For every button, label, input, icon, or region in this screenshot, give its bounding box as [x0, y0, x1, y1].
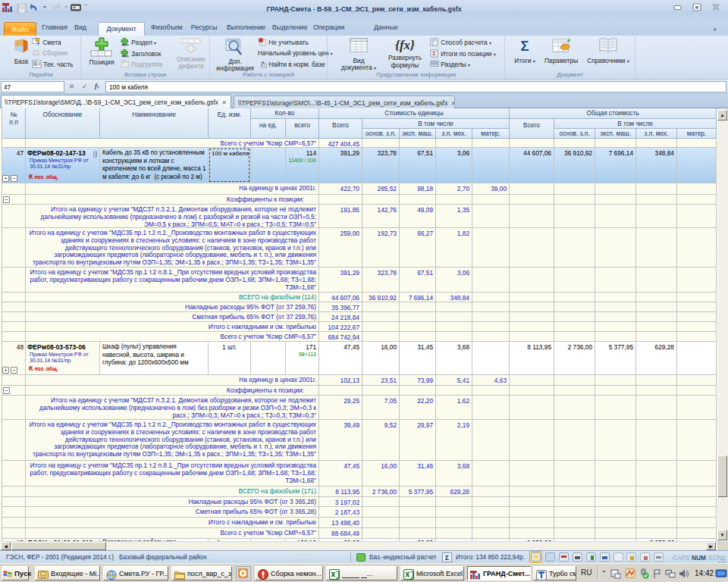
- svg-text:Σ: Σ: [520, 38, 529, 54]
- svg-text:A: A: [34, 61, 37, 66]
- svg-text:Σ: Σ: [432, 50, 436, 57]
